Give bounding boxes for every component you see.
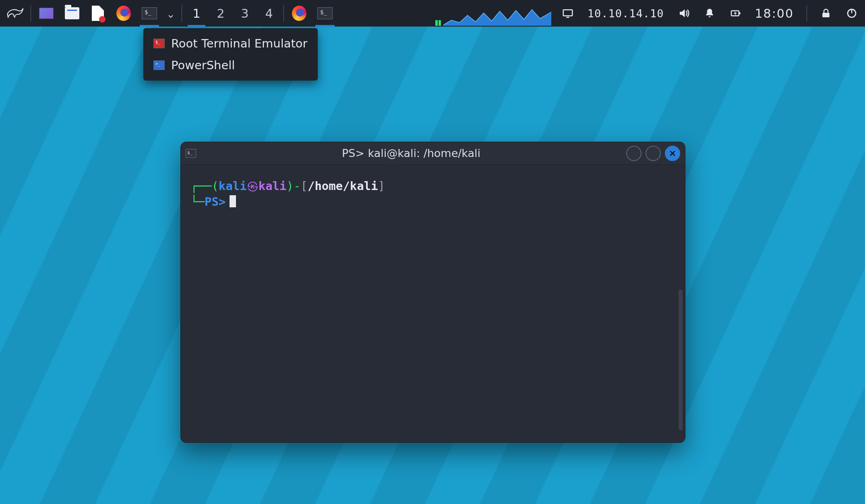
power-button[interactable] <box>842 0 861 27</box>
battery-charging-icon <box>729 7 741 19</box>
close-icon <box>668 149 677 157</box>
workspace-label: 4 <box>265 6 273 21</box>
clock[interactable]: 18:00 <box>752 0 797 27</box>
taskbar: $_ 1 2 3 4 $_ 10.10.14.10 <box>0 0 865 27</box>
firefox-icon <box>292 6 306 21</box>
display-indicator[interactable] <box>559 0 577 27</box>
text-editor-launcher[interactable] <box>85 0 111 27</box>
powershell-icon: >_ <box>153 60 165 70</box>
running-app-firefox[interactable] <box>286 0 312 27</box>
vpn-ip-indicator[interactable]: 10.10.14.10 <box>584 0 667 27</box>
minimize-button[interactable] <box>626 146 642 161</box>
desktop-preview-icon <box>39 8 54 19</box>
display-icon <box>562 7 574 19</box>
dropdown-item-powershell[interactable]: >_ PowerShell <box>144 54 317 76</box>
battery-indicator[interactable] <box>726 0 745 27</box>
svg-rect-3 <box>566 17 569 18</box>
workspace-3[interactable]: 3 <box>233 0 257 27</box>
vpn-ip-text: 10.10.14.10 <box>588 7 664 20</box>
volume-indicator[interactable] <box>675 0 693 27</box>
bell-icon <box>704 7 716 19</box>
svg-rect-0 <box>435 20 438 26</box>
taskbar-separator <box>807 5 807 22</box>
network-graph[interactable] <box>435 6 551 26</box>
svg-rect-8 <box>851 9 853 13</box>
svg-rect-5 <box>739 12 741 14</box>
clock-text: 18:00 <box>755 6 794 21</box>
firefox-launcher[interactable] <box>111 0 137 27</box>
workspace-4[interactable]: 4 <box>257 0 281 27</box>
start-menu-button[interactable] <box>2 0 28 27</box>
dropdown-item-root-terminal[interactable]: $_ Root Terminal Emulator <box>144 33 317 54</box>
dropdown-item-label: PowerShell <box>171 58 235 72</box>
maximize-button[interactable] <box>646 146 661 161</box>
terminal-icon: $_ <box>142 7 157 19</box>
workspace-label: 3 <box>241 6 248 21</box>
terminal-body[interactable]: ┌──(kali㉿kali)-[/home/kali] └─PS> <box>181 165 685 442</box>
dropdown-item-label: Root Terminal Emulator <box>171 37 308 50</box>
terminal-icon: $_ <box>317 7 333 19</box>
taskbar-separator <box>182 5 182 22</box>
volume-icon <box>678 7 690 19</box>
power-icon <box>846 7 858 19</box>
svg-rect-1 <box>439 20 441 26</box>
terminal-launcher[interactable]: $_ <box>137 0 162 27</box>
firefox-icon <box>116 6 131 21</box>
workspace-label: 2 <box>217 6 224 21</box>
folder-icon <box>65 7 79 19</box>
terminal-scrollbar[interactable] <box>679 289 683 430</box>
workspace-1[interactable]: 1 <box>184 0 209 27</box>
file-manager-launcher[interactable] <box>59 0 85 27</box>
terminal-window: $_ PS> kali@kali: /home/kali ┌──(kali㉿ka… <box>180 142 685 443</box>
terminal-cursor <box>230 195 236 207</box>
lock-icon <box>820 7 832 19</box>
running-app-terminal[interactable]: $_ <box>312 0 338 27</box>
taskbar-right-cluster: 10.10.14.10 18:00 <box>435 0 861 27</box>
terminal-launcher-dropdown-button[interactable] <box>162 0 179 27</box>
prompt-line-2: └─PS> <box>190 194 675 210</box>
window-controls <box>626 146 680 161</box>
root-terminal-icon: $_ <box>153 39 165 48</box>
notifications-indicator[interactable] <box>700 0 719 27</box>
window-titlebar[interactable]: $_ PS> kali@kali: /home/kali <box>181 142 685 165</box>
kali-dragon-icon <box>6 4 24 22</box>
show-desktop-button[interactable] <box>33 0 59 27</box>
workspace-2[interactable]: 2 <box>209 0 233 27</box>
close-button[interactable] <box>665 146 680 161</box>
chevron-down-icon <box>167 10 174 17</box>
svg-rect-2 <box>563 10 572 16</box>
taskbar-separator <box>284 5 284 22</box>
lock-screen-button[interactable] <box>817 0 835 27</box>
terminal-launcher-dropdown: $_ Root Terminal Emulator >_ PowerShell <box>143 28 318 81</box>
window-menu-icon[interactable]: $_ <box>186 149 196 158</box>
network-graph-icon <box>435 6 551 26</box>
taskbar-separator <box>31 5 31 22</box>
workspace-label: 1 <box>192 6 200 21</box>
svg-rect-6 <box>822 13 830 17</box>
prompt-line-1: ┌──(kali㉿kali)-[/home/kali] <box>190 178 675 194</box>
document-icon <box>92 6 104 21</box>
window-title: PS> kali@kali: /home/kali <box>202 147 621 159</box>
